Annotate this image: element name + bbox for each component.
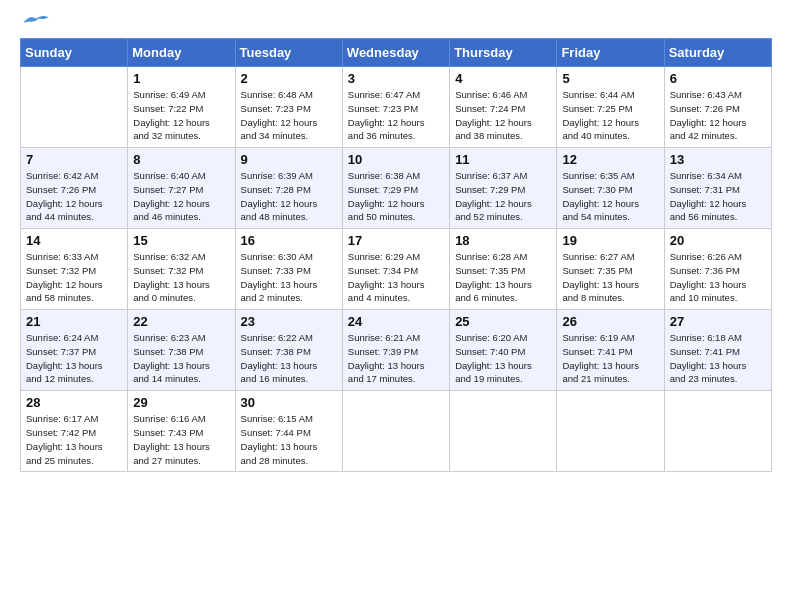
calendar-cell: 3Sunrise: 6:47 AM Sunset: 7:23 PM Daylig… bbox=[342, 67, 449, 148]
calendar-cell: 30Sunrise: 6:15 AM Sunset: 7:44 PM Dayli… bbox=[235, 391, 342, 472]
day-info: Sunrise: 6:20 AM Sunset: 7:40 PM Dayligh… bbox=[455, 331, 551, 386]
week-row-5: 28Sunrise: 6:17 AM Sunset: 7:42 PM Dayli… bbox=[21, 391, 772, 472]
day-header-wednesday: Wednesday bbox=[342, 39, 449, 67]
calendar-cell: 25Sunrise: 6:20 AM Sunset: 7:40 PM Dayli… bbox=[450, 310, 557, 391]
day-info: Sunrise: 6:39 AM Sunset: 7:28 PM Dayligh… bbox=[241, 169, 337, 224]
day-number: 23 bbox=[241, 314, 337, 329]
day-number: 29 bbox=[133, 395, 229, 410]
day-number: 13 bbox=[670, 152, 766, 167]
day-number: 6 bbox=[670, 71, 766, 86]
calendar-cell: 10Sunrise: 6:38 AM Sunset: 7:29 PM Dayli… bbox=[342, 148, 449, 229]
day-number: 9 bbox=[241, 152, 337, 167]
day-info: Sunrise: 6:17 AM Sunset: 7:42 PM Dayligh… bbox=[26, 412, 122, 467]
calendar-cell bbox=[342, 391, 449, 472]
week-row-4: 21Sunrise: 6:24 AM Sunset: 7:37 PM Dayli… bbox=[21, 310, 772, 391]
calendar-cell: 28Sunrise: 6:17 AM Sunset: 7:42 PM Dayli… bbox=[21, 391, 128, 472]
day-header-tuesday: Tuesday bbox=[235, 39, 342, 67]
day-header-sunday: Sunday bbox=[21, 39, 128, 67]
calendar-cell: 15Sunrise: 6:32 AM Sunset: 7:32 PM Dayli… bbox=[128, 229, 235, 310]
calendar-cell: 2Sunrise: 6:48 AM Sunset: 7:23 PM Daylig… bbox=[235, 67, 342, 148]
day-number: 27 bbox=[670, 314, 766, 329]
calendar-cell: 18Sunrise: 6:28 AM Sunset: 7:35 PM Dayli… bbox=[450, 229, 557, 310]
calendar-cell bbox=[557, 391, 664, 472]
day-info: Sunrise: 6:27 AM Sunset: 7:35 PM Dayligh… bbox=[562, 250, 658, 305]
day-number: 16 bbox=[241, 233, 337, 248]
day-info: Sunrise: 6:34 AM Sunset: 7:31 PM Dayligh… bbox=[670, 169, 766, 224]
calendar-cell: 27Sunrise: 6:18 AM Sunset: 7:41 PM Dayli… bbox=[664, 310, 771, 391]
day-info: Sunrise: 6:29 AM Sunset: 7:34 PM Dayligh… bbox=[348, 250, 444, 305]
day-info: Sunrise: 6:24 AM Sunset: 7:37 PM Dayligh… bbox=[26, 331, 122, 386]
day-number: 11 bbox=[455, 152, 551, 167]
day-info: Sunrise: 6:43 AM Sunset: 7:26 PM Dayligh… bbox=[670, 88, 766, 143]
day-number: 5 bbox=[562, 71, 658, 86]
day-info: Sunrise: 6:44 AM Sunset: 7:25 PM Dayligh… bbox=[562, 88, 658, 143]
day-number: 4 bbox=[455, 71, 551, 86]
day-number: 14 bbox=[26, 233, 122, 248]
day-number: 26 bbox=[562, 314, 658, 329]
day-info: Sunrise: 6:28 AM Sunset: 7:35 PM Dayligh… bbox=[455, 250, 551, 305]
calendar-cell: 19Sunrise: 6:27 AM Sunset: 7:35 PM Dayli… bbox=[557, 229, 664, 310]
week-row-1: 1Sunrise: 6:49 AM Sunset: 7:22 PM Daylig… bbox=[21, 67, 772, 148]
calendar-cell bbox=[664, 391, 771, 472]
calendar-cell: 4Sunrise: 6:46 AM Sunset: 7:24 PM Daylig… bbox=[450, 67, 557, 148]
day-info: Sunrise: 6:37 AM Sunset: 7:29 PM Dayligh… bbox=[455, 169, 551, 224]
logo bbox=[20, 16, 50, 28]
day-number: 7 bbox=[26, 152, 122, 167]
day-number: 24 bbox=[348, 314, 444, 329]
calendar-cell: 20Sunrise: 6:26 AM Sunset: 7:36 PM Dayli… bbox=[664, 229, 771, 310]
week-row-3: 14Sunrise: 6:33 AM Sunset: 7:32 PM Dayli… bbox=[21, 229, 772, 310]
calendar-table: SundayMondayTuesdayWednesdayThursdayFrid… bbox=[20, 38, 772, 472]
day-info: Sunrise: 6:21 AM Sunset: 7:39 PM Dayligh… bbox=[348, 331, 444, 386]
day-info: Sunrise: 6:35 AM Sunset: 7:30 PM Dayligh… bbox=[562, 169, 658, 224]
calendar-cell: 8Sunrise: 6:40 AM Sunset: 7:27 PM Daylig… bbox=[128, 148, 235, 229]
day-info: Sunrise: 6:26 AM Sunset: 7:36 PM Dayligh… bbox=[670, 250, 766, 305]
day-number: 22 bbox=[133, 314, 229, 329]
day-info: Sunrise: 6:30 AM Sunset: 7:33 PM Dayligh… bbox=[241, 250, 337, 305]
calendar-cell: 23Sunrise: 6:22 AM Sunset: 7:38 PM Dayli… bbox=[235, 310, 342, 391]
calendar-cell: 12Sunrise: 6:35 AM Sunset: 7:30 PM Dayli… bbox=[557, 148, 664, 229]
day-info: Sunrise: 6:40 AM Sunset: 7:27 PM Dayligh… bbox=[133, 169, 229, 224]
day-info: Sunrise: 6:33 AM Sunset: 7:32 PM Dayligh… bbox=[26, 250, 122, 305]
day-header-friday: Friday bbox=[557, 39, 664, 67]
day-info: Sunrise: 6:49 AM Sunset: 7:22 PM Dayligh… bbox=[133, 88, 229, 143]
day-number: 28 bbox=[26, 395, 122, 410]
day-number: 17 bbox=[348, 233, 444, 248]
day-info: Sunrise: 6:18 AM Sunset: 7:41 PM Dayligh… bbox=[670, 331, 766, 386]
day-info: Sunrise: 6:48 AM Sunset: 7:23 PM Dayligh… bbox=[241, 88, 337, 143]
week-row-2: 7Sunrise: 6:42 AM Sunset: 7:26 PM Daylig… bbox=[21, 148, 772, 229]
day-number: 12 bbox=[562, 152, 658, 167]
calendar-cell: 29Sunrise: 6:16 AM Sunset: 7:43 PM Dayli… bbox=[128, 391, 235, 472]
logo-bird-icon bbox=[22, 12, 50, 28]
day-number: 21 bbox=[26, 314, 122, 329]
day-info: Sunrise: 6:32 AM Sunset: 7:32 PM Dayligh… bbox=[133, 250, 229, 305]
calendar-cell: 13Sunrise: 6:34 AM Sunset: 7:31 PM Dayli… bbox=[664, 148, 771, 229]
day-info: Sunrise: 6:15 AM Sunset: 7:44 PM Dayligh… bbox=[241, 412, 337, 467]
calendar-cell: 7Sunrise: 6:42 AM Sunset: 7:26 PM Daylig… bbox=[21, 148, 128, 229]
day-number: 18 bbox=[455, 233, 551, 248]
calendar-cell: 16Sunrise: 6:30 AM Sunset: 7:33 PM Dayli… bbox=[235, 229, 342, 310]
calendar-cell: 5Sunrise: 6:44 AM Sunset: 7:25 PM Daylig… bbox=[557, 67, 664, 148]
calendar-header-row: SundayMondayTuesdayWednesdayThursdayFrid… bbox=[21, 39, 772, 67]
calendar-cell: 9Sunrise: 6:39 AM Sunset: 7:28 PM Daylig… bbox=[235, 148, 342, 229]
calendar-cell: 6Sunrise: 6:43 AM Sunset: 7:26 PM Daylig… bbox=[664, 67, 771, 148]
day-header-monday: Monday bbox=[128, 39, 235, 67]
day-number: 3 bbox=[348, 71, 444, 86]
calendar-cell: 11Sunrise: 6:37 AM Sunset: 7:29 PM Dayli… bbox=[450, 148, 557, 229]
calendar-cell: 26Sunrise: 6:19 AM Sunset: 7:41 PM Dayli… bbox=[557, 310, 664, 391]
calendar-cell: 17Sunrise: 6:29 AM Sunset: 7:34 PM Dayli… bbox=[342, 229, 449, 310]
calendar-cell: 14Sunrise: 6:33 AM Sunset: 7:32 PM Dayli… bbox=[21, 229, 128, 310]
day-number: 2 bbox=[241, 71, 337, 86]
day-header-saturday: Saturday bbox=[664, 39, 771, 67]
calendar-cell bbox=[450, 391, 557, 472]
day-number: 8 bbox=[133, 152, 229, 167]
day-header-thursday: Thursday bbox=[450, 39, 557, 67]
calendar-cell: 21Sunrise: 6:24 AM Sunset: 7:37 PM Dayli… bbox=[21, 310, 128, 391]
calendar-cell bbox=[21, 67, 128, 148]
day-number: 1 bbox=[133, 71, 229, 86]
day-number: 19 bbox=[562, 233, 658, 248]
calendar-cell: 1Sunrise: 6:49 AM Sunset: 7:22 PM Daylig… bbox=[128, 67, 235, 148]
day-info: Sunrise: 6:19 AM Sunset: 7:41 PM Dayligh… bbox=[562, 331, 658, 386]
day-number: 25 bbox=[455, 314, 551, 329]
day-info: Sunrise: 6:23 AM Sunset: 7:38 PM Dayligh… bbox=[133, 331, 229, 386]
page-header bbox=[20, 16, 772, 28]
